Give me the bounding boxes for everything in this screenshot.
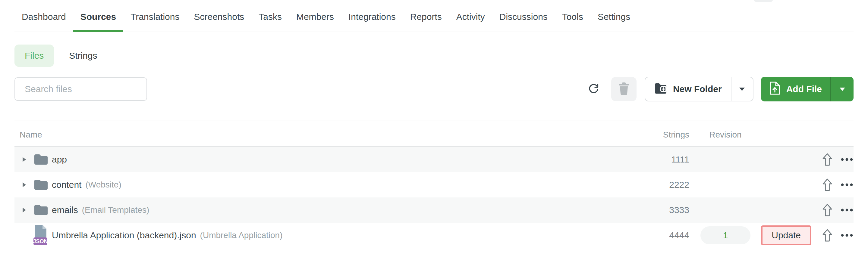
upload-icon[interactable] <box>822 229 832 242</box>
more-menu-icon[interactable] <box>840 183 854 186</box>
upload-icon[interactable] <box>822 179 832 191</box>
column-header-revision: Revision <box>689 130 762 140</box>
more-menu-icon[interactable] <box>840 234 854 237</box>
new-folder-label: New Folder <box>673 84 722 94</box>
add-file-split-button: Add File <box>761 77 854 101</box>
file-name[interactable]: Umbrella Application (backend).json <box>52 230 196 241</box>
table-row[interactable]: emails (Email Templates) 3333 <box>14 197 854 223</box>
json-file-icon: JSON <box>33 224 48 246</box>
strings-count: 1111 <box>650 154 689 164</box>
search-input[interactable] <box>14 77 147 101</box>
table-header: Name Strings Revision <box>14 120 854 147</box>
column-header-name: Name <box>14 130 650 140</box>
main-nav: Dashboard Sources Translations Screensho… <box>14 0 854 32</box>
trash-icon <box>619 82 629 96</box>
new-folder-button[interactable]: New Folder <box>645 77 731 101</box>
folder-secondary-label: (Email Templates) <box>82 205 150 215</box>
add-file-label: Add File <box>786 84 822 94</box>
folder-name[interactable]: emails <box>52 205 78 215</box>
folder-plus-icon <box>654 83 667 96</box>
table-row[interactable]: app 1111 <box>14 147 854 172</box>
new-folder-split-button: New Folder <box>645 77 753 101</box>
file-upload-icon <box>770 81 780 97</box>
folder-name[interactable]: app <box>52 154 67 164</box>
nav-tab-settings[interactable]: Settings <box>590 0 638 32</box>
revision-badge[interactable]: 1 <box>701 226 750 244</box>
nav-tab-reports[interactable]: Reports <box>403 0 449 32</box>
tab-strings[interactable]: Strings <box>61 44 104 67</box>
column-header-strings: Strings <box>650 130 689 140</box>
upload-icon[interactable] <box>822 153 832 166</box>
chevron-down-icon <box>840 87 845 91</box>
view-toggle: Files Strings <box>14 44 854 67</box>
strings-count: 4444 <box>650 230 689 241</box>
upload-icon[interactable] <box>822 204 832 216</box>
more-menu-icon[interactable] <box>840 158 854 161</box>
nav-tab-discussions[interactable]: Discussions <box>492 0 555 32</box>
folder-icon <box>33 179 48 190</box>
nav-tab-members[interactable]: Members <box>289 0 341 32</box>
expand-caret-icon[interactable] <box>22 157 26 162</box>
nav-tab-tools[interactable]: Tools <box>555 0 590 32</box>
refresh-button[interactable] <box>587 77 600 101</box>
strings-count: 3333 <box>650 205 689 215</box>
expand-caret-icon[interactable] <box>22 207 26 213</box>
add-file-button[interactable]: Add File <box>761 77 830 101</box>
folder-icon <box>33 204 48 216</box>
json-badge-label: JSON <box>33 238 48 244</box>
folder-name[interactable]: content <box>52 180 82 190</box>
nav-tab-integrations[interactable]: Integrations <box>341 0 403 32</box>
folder-icon <box>33 154 48 165</box>
nav-tab-translations[interactable]: Translations <box>123 0 187 32</box>
new-folder-dropdown[interactable] <box>731 77 753 101</box>
nav-tab-dashboard[interactable]: Dashboard <box>14 0 73 32</box>
nav-tab-tasks[interactable]: Tasks <box>251 0 289 32</box>
nav-tab-screenshots[interactable]: Screenshots <box>187 0 251 32</box>
tab-files[interactable]: Files <box>14 44 54 67</box>
table-row[interactable]: JSON Umbrella Application (backend).json… <box>14 223 854 248</box>
chevron-down-icon <box>739 87 745 91</box>
folder-secondary-label: (Website) <box>85 180 121 190</box>
update-button[interactable]: Update <box>761 225 811 245</box>
refresh-icon <box>588 83 600 96</box>
delete-button[interactable] <box>611 77 637 101</box>
expand-caret-icon[interactable] <box>22 182 26 187</box>
strings-count: 2222 <box>650 180 689 190</box>
files-toolbar: New Folder Add File <box>14 77 854 101</box>
nav-tab-sources[interactable]: Sources <box>73 0 123 32</box>
file-secondary-label: (Umbrella Application) <box>200 230 283 240</box>
add-file-dropdown[interactable] <box>830 77 854 101</box>
nav-tab-activity[interactable]: Activity <box>449 0 492 32</box>
table-row[interactable]: content (Website) 2222 <box>14 172 854 197</box>
more-menu-icon[interactable] <box>840 209 854 212</box>
